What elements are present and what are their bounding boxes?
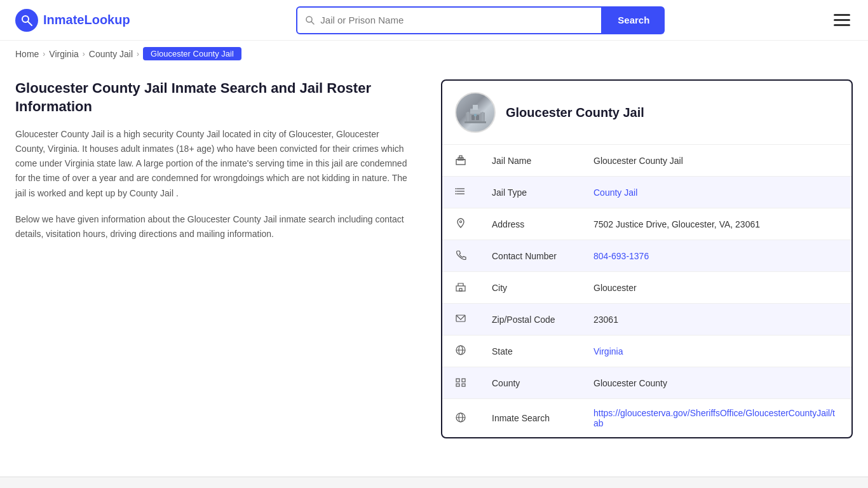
page-title: Gloucester County Jail Inmate Search and…: [15, 79, 409, 116]
jail-icon: [442, 145, 479, 177]
field-label: Jail Name: [479, 145, 581, 177]
field-value-cell: Gloucester: [581, 272, 851, 304]
svg-rect-6: [473, 105, 478, 110]
search-bar: Search: [296, 6, 665, 34]
breadcrumb-state[interactable]: Virginia: [49, 49, 78, 59]
description-para-2: Below we have given information about th…: [15, 212, 409, 241]
contact-number-link[interactable]: 804-693-1376: [593, 251, 649, 261]
table-row: State Virginia: [442, 336, 851, 367]
breadcrumb-type[interactable]: County Jail: [89, 49, 133, 59]
breadcrumb-home[interactable]: Home: [15, 49, 39, 59]
state-link[interactable]: Virginia: [593, 346, 623, 356]
table-row: Jail Name Gloucester County Jail: [442, 145, 851, 177]
jail-info-card: Gloucester County Jail Jail Name Glouces…: [441, 79, 853, 438]
svg-rect-11: [482, 112, 484, 123]
field-label: Address: [479, 208, 581, 240]
svg-rect-10: [467, 112, 469, 123]
field-value-cell[interactable]: Virginia: [581, 336, 851, 367]
zip-icon: [442, 304, 479, 336]
logo-icon: [15, 9, 38, 32]
page-header: InmateLookup Search: [0, 0, 868, 41]
svg-point-20: [456, 188, 457, 189]
svg-point-23: [460, 221, 462, 223]
svg-rect-9: [474, 114, 477, 116]
field-value: Gloucester: [593, 283, 637, 293]
main-content: Gloucester County Jail Inmate Search and…: [0, 67, 868, 451]
svg-rect-31: [462, 379, 465, 382]
hamburger-line: [834, 24, 850, 26]
search-icon: [442, 399, 479, 438]
svg-rect-25: [459, 288, 462, 291]
breadcrumb-chevron: ›: [83, 50, 85, 58]
logo-text: InmateLookup: [43, 13, 130, 27]
footer: [0, 477, 868, 488]
breadcrumb-chevron: ›: [137, 50, 139, 58]
field-label: City: [479, 272, 581, 304]
breadcrumb-current: Gloucester County Jail: [143, 47, 241, 60]
table-row: Address 7502 Justice Drive, Gloucester, …: [442, 208, 851, 240]
jail-avatar-img: [456, 93, 494, 132]
breadcrumb-chevron: ›: [43, 50, 45, 58]
hamburger-line: [834, 14, 850, 16]
svg-line-1: [28, 22, 32, 25]
list-icon: [442, 177, 479, 208]
field-label: Contact Number: [479, 240, 581, 272]
field-label: Jail Type: [479, 177, 581, 208]
field-value: 23061: [593, 315, 618, 325]
table-row: City Gloucester: [442, 272, 851, 304]
table-row: Jail Type County Jail: [442, 177, 851, 208]
svg-rect-30: [456, 379, 459, 382]
field-value: 7502 Justice Drive, Gloucester, VA, 2306…: [593, 219, 760, 229]
hamburger-line: [834, 19, 850, 21]
globe-icon: [442, 336, 479, 367]
search-input[interactable]: [320, 15, 593, 25]
inmate-search-link[interactable]: https://gloucesterva.gov/SheriffsOffice/…: [593, 408, 835, 428]
jail-avatar: [455, 92, 496, 133]
table-row: Inmate Search https://gloucesterva.gov/S…: [442, 399, 851, 438]
svg-line-3: [311, 22, 314, 24]
city-icon: [442, 272, 479, 304]
card-title: Gloucester County Jail: [506, 105, 644, 120]
field-value-cell[interactable]: 804-693-1376: [581, 240, 851, 272]
svg-rect-33: [462, 384, 465, 386]
search-button[interactable]: Search: [602, 6, 665, 34]
field-value-cell[interactable]: https://gloucesterva.gov/SheriffsOffice/…: [581, 399, 851, 438]
search-input-wrap: [296, 6, 602, 34]
field-label: Inmate Search: [479, 399, 581, 438]
svg-point-22: [456, 193, 457, 194]
card-header: Gloucester County Jail: [442, 81, 851, 145]
logo[interactable]: InmateLookup: [15, 9, 130, 32]
svg-rect-32: [456, 384, 459, 386]
county-icon: [442, 367, 479, 399]
left-column: Gloucester County Jail Inmate Search and…: [15, 79, 422, 438]
table-row: County Gloucester County: [442, 367, 851, 399]
table-row: Contact Number 804-693-1376: [442, 240, 851, 272]
field-label: State: [479, 336, 581, 367]
field-value-cell: Gloucester County Jail: [581, 145, 851, 177]
info-table: Jail Name Gloucester County Jail Jail Ty…: [442, 145, 851, 437]
field-value: Gloucester County Jail: [593, 156, 683, 166]
table-row: Zip/Postal Code 23061: [442, 304, 851, 336]
field-value-cell: 23061: [581, 304, 851, 336]
location-icon: [442, 208, 479, 240]
field-label: County: [479, 367, 581, 399]
phone-icon: [442, 240, 479, 272]
search-icon: [305, 15, 315, 25]
svg-point-21: [456, 191, 457, 192]
description-para-1: Gloucester County Jail is a high securit…: [15, 127, 409, 200]
svg-rect-12: [465, 121, 486, 123]
jail-type-link[interactable]: County Jail: [593, 187, 637, 198]
hamburger-menu[interactable]: [831, 11, 853, 29]
breadcrumb: Home › Virginia › County Jail › Gloucest…: [0, 41, 868, 67]
field-label: Zip/Postal Code: [479, 304, 581, 336]
field-value-cell[interactable]: County Jail: [581, 177, 851, 208]
right-column: Gloucester County Jail Jail Name Glouces…: [441, 79, 853, 438]
field-value-cell: 7502 Justice Drive, Gloucester, VA, 2306…: [581, 208, 851, 240]
field-value-cell: Gloucester County: [581, 367, 851, 399]
field-value: Gloucester County: [593, 378, 667, 388]
